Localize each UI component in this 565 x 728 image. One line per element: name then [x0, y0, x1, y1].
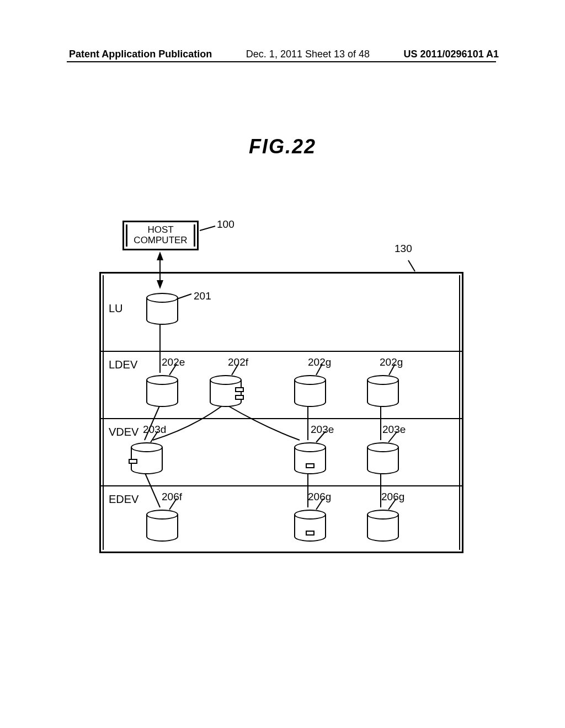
ref-host: 100 — [217, 218, 234, 231]
ref-lu-201: 201 — [194, 290, 211, 302]
cyl-ldev-202e — [146, 375, 178, 407]
row-edev: EDEV 206f 206g 206g — [101, 485, 462, 552]
ref-vdev-1: 203e — [311, 424, 334, 436]
header-left: Patent Application Publication — [69, 49, 212, 60]
svg-line-3 — [200, 226, 215, 231]
row-label-vdev: VDEV — [109, 426, 138, 438]
cyl-vdev-203e-b — [367, 442, 399, 474]
ref-ldev-0: 202e — [162, 356, 185, 368]
host-label: HOST COMPUTER — [134, 225, 187, 245]
cyl-ldev-202f — [210, 375, 242, 407]
figure-title: FIG.22 — [0, 135, 565, 158]
cyl-vdev-203e-a — [294, 442, 326, 474]
row-label-ldev: LDEV — [109, 358, 137, 371]
svg-line-4 — [408, 260, 415, 271]
header-right: US 2011/0296101 A1 — [404, 49, 499, 60]
ref-edev-0: 206f — [162, 491, 182, 503]
cyl-edev-206g-a — [294, 510, 326, 542]
ref-edev-2: 206g — [381, 491, 404, 503]
ref-ldev-1: 202f — [228, 356, 248, 368]
ref-vdev-0: 203d — [143, 424, 166, 436]
ref-ldev-2: 202g — [308, 356, 331, 368]
row-vdev: VDEV 203d 203e 203e — [101, 418, 462, 485]
ref-storage: 130 — [395, 243, 412, 255]
svg-marker-1 — [157, 251, 163, 260]
cyl-lu-201 — [146, 293, 178, 325]
ref-vdev-2: 203e — [382, 424, 406, 436]
header-rule — [67, 61, 496, 62]
cyl-edev-206g-b — [367, 510, 399, 542]
ref-ldev-3: 202g — [380, 356, 403, 368]
cyl-vdev-203d — [131, 442, 163, 474]
row-ldev: LDEV 202e 202f 202g 202g — [101, 351, 462, 418]
row-label-lu: LU — [109, 302, 123, 315]
storage-container: LU 201 LDEV 202e 202f 202g 202g VDEV 203… — [99, 272, 463, 553]
cyl-ldev-202g-a — [294, 375, 326, 407]
page-header: Patent Application Publication Dec. 1, 2… — [0, 49, 565, 60]
diagram-stage: HOST COMPUTER 100 130 LU 201 LDEV 202e 2… — [99, 210, 463, 557]
header-center: Dec. 1, 2011 Sheet 13 of 48 — [246, 49, 370, 60]
ref-edev-1: 206g — [308, 491, 331, 503]
host-computer-box: HOST COMPUTER — [122, 221, 199, 250]
row-label-edev: EDEV — [109, 493, 138, 506]
cyl-ldev-202g-b — [367, 375, 399, 407]
row-lu: LU 201 — [101, 274, 462, 351]
cyl-edev-206f — [146, 510, 178, 542]
